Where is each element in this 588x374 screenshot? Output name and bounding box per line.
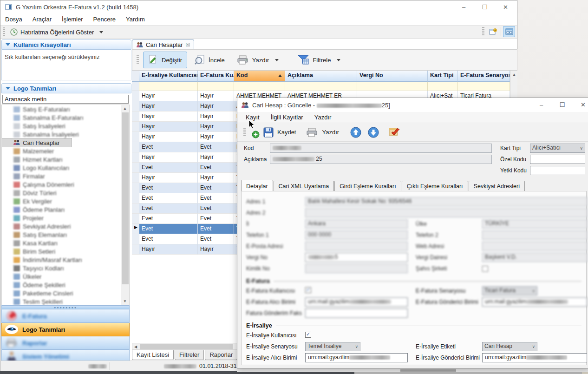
dialog-print-label[interactable]: Yazdır [322,129,339,136]
filter-cell[interactable] [458,81,510,91]
filter-cell[interactable] [357,81,428,91]
grid-filter-cells[interactable] [132,81,517,91]
tree-item-ödeme-planları[interactable]: Ödeme Planları [2,205,122,214]
fatura-gonderim-faks-field[interactable] [305,308,408,318]
save-label[interactable]: Kaydet [277,129,296,136]
dialog-tab-detaylar[interactable]: Detaylar [241,180,273,191]
add-icon[interactable] [252,131,260,138]
tree-item-ülkeler[interactable]: Ülkeler [2,272,122,281]
grid-filter-row[interactable] [132,81,517,91]
ozel-kodu-field[interactable] [530,155,585,164]
dialog-menu-yazdır[interactable]: Yazdır [314,114,332,121]
yetki-kodu-field[interactable] [530,166,585,175]
tree-item-logo-kullanıcıları[interactable]: Logo Kullanıcıları [2,164,122,172]
maximize-button[interactable]: ☐ [474,0,495,13]
column-header-açıklama[interactable]: Açıklama [285,71,357,82]
user-shortcuts-header[interactable]: Kullanıcı Kısayolları [1,39,131,50]
telefon1-field[interactable]: 000 0000 [305,230,408,240]
adres2-field[interactable] [305,208,587,217]
tree-item-malzemeler[interactable]: Malzemeler [2,147,122,155]
kart-tipi-select[interactable]: Alıcı+Satıcı∨ [530,144,585,153]
dialog-maximize-button[interactable]: ☐ [552,98,573,111]
tree-item-paketleme-cinsleri[interactable]: Paketleme Cinsleri [2,289,122,297]
print-button[interactable]: Yazdır [232,52,284,68]
menu-yardım[interactable]: Yardım [126,16,145,23]
tree-item-çalışma-dönemleri[interactable]: Çalışma Dönemleri [2,180,122,189]
tree-search-input[interactable] [2,95,129,104]
telefon2-field[interactable] [482,230,587,240]
tree-item-teslim-şekilleri[interactable]: Teslim Şekilleri [2,297,122,305]
ulke-field[interactable]: TÜRKİYE [482,219,587,229]
column-header-kart-tipi[interactable]: Kart Tipi [428,71,458,82]
tree-item-sevkiyat-adresleri[interactable]: Sevkiyat Adresleri [2,222,122,230]
efatura-gonderici-field[interactable]: urn:mail:gyazilim [482,297,587,307]
logo-definitions-header[interactable]: Logo Tanımları [1,83,131,93]
column-header-e-fatura-senaryosu[interactable]: E-Fatura Senaryosu [458,71,510,82]
change-button[interactable]: Değiştir [143,52,187,68]
aciklama-field[interactable]: 25 [270,155,492,164]
adres1-field[interactable]: Balık Mahallesi Kesir Sokak No: 935/6546 [305,197,587,206]
approve-icon[interactable] [388,127,400,138]
column-header-e-i-rsaliye-kullanıcısı[interactable]: E-İrsaliye Kullanıcısı [139,71,198,82]
up-arrow-icon[interactable] [350,127,361,138]
eirsaliye-senaryo-select[interactable]: Temel İrsaliye∨ [305,342,360,351]
scroll-up-icon[interactable]: ▲ [512,72,516,77]
web-adresi-field[interactable] [482,242,587,251]
view-tab-filtreler[interactable]: Filtreler [175,350,204,360]
minimize-button[interactable]: – [453,0,474,13]
eirsaliye-etiketi-select[interactable]: Cari Hesap∨ [482,342,537,351]
menu-araçlar[interactable]: Araçlar [33,16,52,23]
filter-cell[interactable] [139,81,198,91]
dialog-minimize-button[interactable]: – [531,98,552,111]
show-reminders-button[interactable]: Hatırlatma Öğelerini Göster [7,27,106,37]
column-header-vergi-no[interactable]: Vergi No [357,71,428,82]
scrollbar-thumb[interactable] [140,344,233,349]
menu-dosya[interactable]: Dosya [5,16,22,23]
layout-view-icon[interactable] [503,26,515,37]
eposta-field[interactable] [305,242,408,251]
tree-item-satış-e-faturaları[interactable]: Satış E-Faturaları [2,105,122,113]
close-button[interactable]: ✕ [495,0,516,13]
il-field[interactable]: Ankara [305,219,408,229]
tab-cari-hesaplar[interactable]: Cari Hesaplar ☒ [132,39,194,49]
dialog-close-button[interactable]: ✕ [573,98,588,111]
eirsaliye-gonderici-field[interactable]: urn:mail:gyazilim [482,353,587,362]
vergi-dairesi-field[interactable]: Başkent V.D. [482,253,587,262]
tree-item-birim-setleri[interactable]: Birim Setleri [2,247,122,256]
tree-item-hizmet-kartları[interactable]: Hizmet Kartları [2,155,122,164]
save-icon[interactable] [263,127,274,138]
efatura-senaryo-select[interactable]: Ticari Fatura∨ [482,286,537,295]
tree-item-cari-hesaplar[interactable]: Cari Hesaplar [2,138,72,147]
kod-field[interactable] [270,144,492,153]
efatura-alici-field[interactable]: urn:mail:gyazilim [305,297,408,307]
scrollbar-thumb[interactable] [122,112,129,284]
filter-cell[interactable] [198,81,234,91]
tree-item-satınalma-i-rsaliyeleri[interactable]: Satınalma İrsaliyeleri [2,130,122,138]
filter-cell[interactable] [428,81,458,91]
tree-item-firmalar[interactable]: Firmalar [2,172,122,180]
section-e-fatura[interactable]: E-Fatura [1,309,130,323]
column-header-e-fatura-ku-[interactable]: E-Fatura Ku.. [198,71,234,82]
efatura-kullanici-checkbox[interactable] [305,287,311,293]
tree-item-döviz-türleri[interactable]: Döviz Türleri [2,189,122,197]
scroll-left-icon[interactable]: ◀ [134,345,137,349]
kimlik-no-field[interactable] [305,264,408,273]
eirsaliye-kullanici-checkbox[interactable] [305,332,311,338]
tree-item-satış-elemanları[interactable]: Satış Elemanları [2,230,122,239]
tree-item-taşıyıcı-kodları[interactable]: Taşıyıcı Kodları [2,264,122,272]
filter-button[interactable]: Filtrele [292,51,346,69]
sahis-sirketi-checkbox[interactable] [482,266,488,272]
tree-item-satınalma-e-faturaları[interactable]: Satınalma E-Faturaları [2,113,122,122]
scroll-down-icon[interactable]: ▼ [123,299,127,303]
vergi-no-field[interactable]: 5 [305,253,408,262]
dialog-menu-i̇lgili-kayıtlar[interactable]: İlgili Kayıtlar [271,114,303,121]
filter-cell[interactable] [285,81,357,91]
inspect-button[interactable]: İncele [189,52,230,68]
section-raporlar[interactable]: Raporlar [1,336,130,350]
column-header-kod[interactable]: Kod [234,71,285,82]
eirsaliye-alici-field[interactable]: urn:mail:gyazilim [305,353,408,362]
tree-item-i-ndirim-masraf-kartları[interactable]: İndirim/Masraf Kartları [2,256,122,264]
tree-item-ek-vergiler[interactable]: Ek Vergiler [2,197,122,205]
menu-pencere[interactable]: Pencere [93,16,116,23]
tree-item-satış-i-rsaliyeleri[interactable]: Satış İrsaliyeleri [2,122,122,130]
